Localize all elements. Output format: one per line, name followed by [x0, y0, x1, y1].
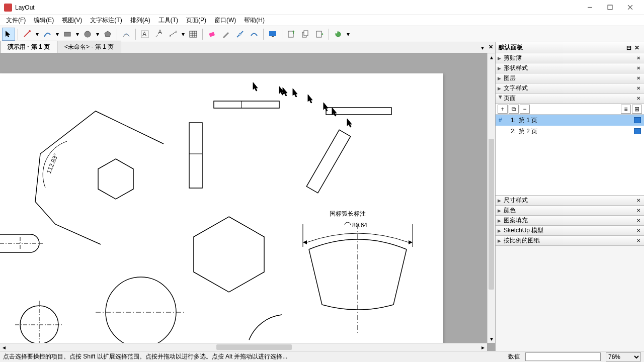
- table-tool[interactable]: [187, 28, 200, 41]
- scroll-down-icon[interactable]: ▾: [488, 335, 495, 343]
- page-presentation-icon[interactable]: [634, 128, 641, 134]
- menu-tools[interactable]: 工具(T): [154, 15, 182, 26]
- arc-tool-dropdown[interactable]: ▾: [55, 31, 60, 38]
- panel-close-icon[interactable]: ✕: [635, 55, 642, 61]
- add-page-button[interactable]: +: [285, 28, 298, 41]
- vertical-scrollbar[interactable]: ▴ ▾: [487, 53, 495, 343]
- line-tool[interactable]: [21, 28, 34, 41]
- page-presentation-icon[interactable]: [634, 117, 641, 123]
- scroll-right-icon[interactable]: ▸: [479, 343, 487, 351]
- pages-panel-body: + ⧉ − ≡ ⊞ # 1: 第 1 页 2: 第 2 页: [496, 104, 644, 196]
- menu-window[interactable]: 窗口(W): [210, 15, 240, 26]
- presentation-tool[interactable]: [266, 28, 279, 41]
- panel-scaled-drawing[interactable]: ▶按比例的图纸✕: [496, 236, 644, 246]
- menu-view[interactable]: 视图(V): [58, 15, 86, 26]
- polygon-tool[interactable]: [101, 28, 114, 41]
- menu-bar: 文件(F) 编辑(E) 视图(V) 文字标注(T) 排列(A) 工具(T) 页面…: [0, 15, 644, 26]
- canvas-area[interactable]: 112.83°: [0, 53, 495, 351]
- panel-shape-style[interactable]: ▶形状样式✕: [496, 63, 644, 73]
- menu-page[interactable]: 页面(P): [182, 15, 210, 26]
- scroll-left-icon[interactable]: ◂: [0, 343, 8, 351]
- page-list-item[interactable]: # 1: 第 1 页: [496, 115, 644, 126]
- panel-pages[interactable]: ▶页面✕: [496, 94, 644, 104]
- arc-tool[interactable]: [41, 28, 54, 41]
- tabs-close-icon[interactable]: ✕: [489, 44, 493, 50]
- tab-active[interactable]: 演示用 - 第 1 页: [0, 41, 57, 53]
- value-input[interactable]: [525, 352, 601, 361]
- line-tool-dropdown[interactable]: ▾: [35, 31, 40, 38]
- page-remove-button[interactable]: −: [520, 105, 530, 114]
- zoom-select[interactable]: 76%: [606, 352, 641, 361]
- scroll-thumb-h[interactable]: [216, 344, 292, 350]
- page-name: 第 2 页: [519, 127, 631, 136]
- pin-icon[interactable]: ⊟: [625, 44, 633, 51]
- style-tool[interactable]: [219, 28, 232, 41]
- dimension-tool-dropdown[interactable]: ▾: [181, 31, 186, 38]
- page-add-button[interactable]: +: [498, 105, 508, 114]
- tray-empty-area: [496, 246, 644, 351]
- menu-text[interactable]: 文字标注(T): [86, 15, 126, 26]
- eraser-tool[interactable]: [205, 28, 218, 41]
- panel-close-icon[interactable]: ✕: [635, 228, 642, 233]
- label-tool[interactable]: A: [152, 28, 166, 41]
- scroll-thumb-v[interactable]: [489, 139, 494, 290]
- menu-edit[interactable]: 编辑(E): [30, 15, 58, 26]
- panel-close-icon[interactable]: ✕: [635, 75, 642, 81]
- panel-close-icon[interactable]: ✕: [635, 238, 642, 243]
- menu-arrange[interactable]: 排列(A): [126, 15, 154, 26]
- close-button[interactable]: [620, 1, 640, 15]
- svg-rect-29: [326, 108, 391, 115]
- default-tray-panel: 默认面板 ⊟ ✕ ▶剪贴簿✕ ▶形状样式✕ ▶图层✕ ▶文字样式✕ ▶页面✕ +…: [495, 42, 644, 351]
- duplicate-page-button[interactable]: [299, 28, 312, 41]
- panel-text-style[interactable]: ▶文字样式✕: [496, 83, 644, 94]
- layers-visibility-button[interactable]: [332, 28, 345, 41]
- tray-close-icon[interactable]: ✕: [633, 44, 641, 51]
- svg-point-6: [85, 31, 91, 37]
- tab-inactive[interactable]: <未命名> - 第 1 页: [57, 41, 121, 53]
- page-duplicate-button[interactable]: ⧉: [509, 105, 519, 114]
- dimension-tool[interactable]: [167, 28, 180, 41]
- main-toolbar: ▾ ▾ ▾ ▾ A A ▾ + ▾: [0, 26, 644, 42]
- svg-rect-24: [316, 31, 321, 37]
- rectangle-tool-dropdown[interactable]: ▾: [75, 31, 80, 38]
- panel-close-icon[interactable]: ✕: [635, 198, 642, 203]
- offset-tool[interactable]: [120, 28, 133, 41]
- split-tool[interactable]: [233, 28, 247, 41]
- drawing-paper[interactable]: 112.83°: [0, 73, 443, 351]
- separator: [282, 29, 282, 40]
- tabs-dropdown[interactable]: ▾: [481, 44, 484, 51]
- select-tool[interactable]: [2, 28, 15, 41]
- panel-layers[interactable]: ▶图层✕: [496, 73, 644, 83]
- svg-rect-16: [209, 32, 215, 37]
- menu-help[interactable]: 帮助(H): [240, 15, 269, 26]
- panel-close-icon[interactable]: ✕: [635, 96, 642, 101]
- page-list-view-button[interactable]: ≡: [621, 105, 631, 114]
- panel-close-icon[interactable]: ✕: [635, 65, 642, 71]
- circle-tool[interactable]: [81, 28, 94, 41]
- panel-pattern-fill[interactable]: ▶图案填充✕: [496, 216, 644, 226]
- panel-close-icon[interactable]: ✕: [635, 85, 642, 91]
- page-grid-view-button[interactable]: ⊞: [632, 105, 642, 114]
- page-list-item[interactable]: 2: 第 2 页: [496, 126, 644, 137]
- minimize-button[interactable]: [580, 1, 600, 15]
- scroll-up-icon[interactable]: ▴: [488, 53, 495, 61]
- text-tool[interactable]: A: [138, 28, 151, 41]
- pages-list: # 1: 第 1 页 2: 第 2 页: [496, 115, 644, 195]
- circle-tool-dropdown[interactable]: ▾: [95, 31, 100, 38]
- rectangle-tool[interactable]: [61, 28, 74, 41]
- panel-scrapbook[interactable]: ▶剪贴簿✕: [496, 53, 644, 63]
- panel-close-icon[interactable]: ✕: [635, 218, 642, 223]
- layers-visibility-dropdown[interactable]: ▾: [346, 31, 351, 38]
- maximize-button[interactable]: [600, 1, 620, 15]
- previous-button[interactable]: [313, 28, 326, 41]
- horizontal-scrollbar[interactable]: ◂ ▸: [0, 343, 487, 351]
- status-bar: 点击选择要操控的项目。点按 Shift 以扩展选择范围。点按并拖动以进行多选。点…: [0, 351, 644, 362]
- panel-dimension-style[interactable]: ▶尺寸样式✕: [496, 196, 644, 206]
- panel-color[interactable]: ▶颜色✕: [496, 206, 644, 216]
- panel-close-icon[interactable]: ✕: [635, 208, 642, 213]
- menu-file[interactable]: 文件(F): [2, 15, 30, 26]
- panel-sketchup-model[interactable]: ▶SketchUp 模型✕: [496, 226, 644, 236]
- svg-rect-19: [272, 36, 274, 37]
- pages-toolbar: + ⧉ − ≡ ⊞: [496, 104, 644, 115]
- join-tool[interactable]: [248, 28, 261, 41]
